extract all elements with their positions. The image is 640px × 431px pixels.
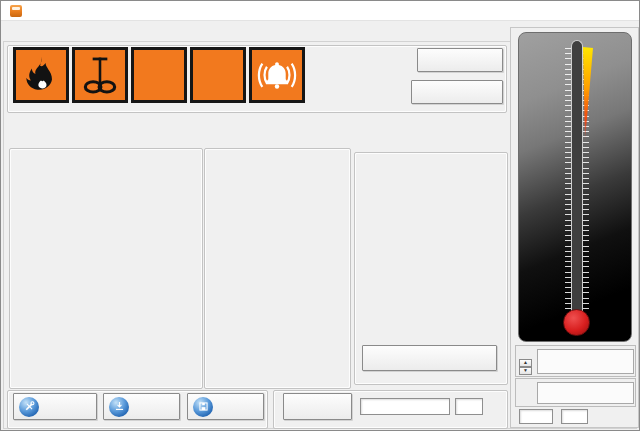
ruehrwerk-table-group xyxy=(204,148,351,389)
soll-readout-box xyxy=(515,378,636,407)
alarm-bell-icon xyxy=(254,53,300,97)
ist-display xyxy=(537,349,634,374)
spinner-down-button[interactable]: ▼ xyxy=(519,367,532,375)
agitator-icon xyxy=(78,53,122,97)
port-status-row xyxy=(515,409,636,424)
thermometer-bulb xyxy=(563,309,590,336)
automatik-button[interactable] xyxy=(13,393,97,420)
thermometer xyxy=(518,32,632,342)
status-icon-row xyxy=(13,47,305,103)
gesamtrast-button[interactable] xyxy=(283,393,352,420)
app-window: ▲ ▼ xyxy=(0,0,640,431)
laden-icon xyxy=(109,397,129,417)
settings-speichern-button[interactable] xyxy=(411,80,503,104)
port-input[interactable] xyxy=(519,409,553,424)
gesamt-minutes-input[interactable] xyxy=(455,398,483,415)
rast-table-group xyxy=(9,148,203,389)
speichern-floppy-icon xyxy=(193,397,213,417)
spinner-up-button[interactable]: ▲ xyxy=(519,359,532,367)
hot-zone-gradient xyxy=(519,33,632,342)
title-bar xyxy=(1,1,639,21)
stirrer-icon xyxy=(72,47,128,103)
app-icon xyxy=(10,5,22,17)
status-input[interactable] xyxy=(561,409,588,424)
automatik-tools-icon xyxy=(19,397,39,417)
speichern-button[interactable] xyxy=(187,393,264,420)
soll-display xyxy=(537,382,634,404)
ist-readout-box: ▲ ▼ xyxy=(515,345,636,377)
cooling-icon xyxy=(131,47,187,103)
heating-fire-icon xyxy=(13,47,69,103)
brau-automatik-status xyxy=(190,47,246,103)
ist-spinner: ▲ ▼ xyxy=(519,359,532,375)
thermometer-panel: ▲ ▼ xyxy=(510,27,639,428)
progress-bar xyxy=(360,398,450,415)
simulation-ein-button[interactable] xyxy=(362,345,497,371)
alarm-pulsen-button[interactable] xyxy=(417,48,503,72)
laden-button[interactable] xyxy=(103,393,180,420)
flame-icon xyxy=(19,53,63,97)
alarm-status xyxy=(249,47,305,103)
